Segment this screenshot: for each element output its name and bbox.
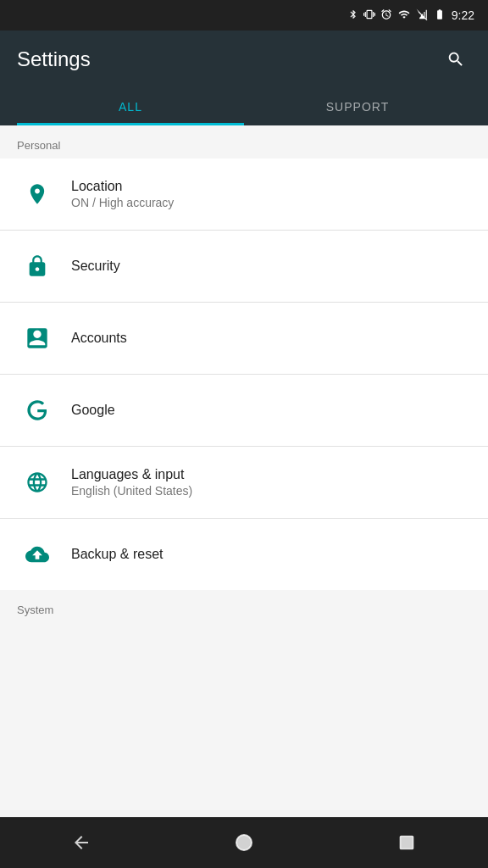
header-top: Settings [17, 44, 471, 88]
header: Settings ALL SUPPORT [0, 31, 488, 125]
location-text: Location ON / High accuracy [71, 179, 471, 209]
security-text: Security [71, 259, 471, 274]
google-title: Google [71, 403, 471, 418]
settings-content: Personal Location ON / High accuracy S [0, 125, 488, 790]
location-icon [17, 174, 58, 214]
svg-rect-2 [401, 837, 413, 849]
location-title: Location [71, 179, 471, 194]
personal-settings-list: Location ON / High accuracy Security [0, 159, 488, 590]
accounts-text: Accounts [71, 331, 471, 346]
page-title: Settings [17, 47, 91, 71]
recents-button[interactable] [381, 817, 432, 868]
alarm-icon [380, 8, 392, 23]
vibrate-icon [363, 8, 375, 24]
accounts-title: Accounts [71, 331, 471, 346]
section-personal-header: Personal [0, 125, 488, 159]
accounts-icon [17, 318, 58, 359]
status-icons: 9:22 [348, 8, 474, 24]
status-time: 9:22 [452, 8, 474, 22]
settings-item-google[interactable]: Google [0, 375, 488, 447]
languages-subtitle: English (United States) [71, 484, 471, 498]
wifi-icon [397, 8, 411, 23]
backup-title: Backup & reset [71, 547, 471, 562]
google-text: Google [71, 403, 471, 418]
signal-icon [416, 8, 428, 23]
nav-bar [0, 817, 488, 868]
bluetooth-icon [348, 8, 358, 24]
battery-icon [433, 8, 446, 23]
location-subtitle: ON / High accuracy [71, 196, 471, 209]
tabs: ALL SUPPORT [17, 88, 471, 125]
tab-all[interactable]: ALL [17, 88, 244, 125]
section-system-header: System [0, 590, 488, 623]
settings-item-location[interactable]: Location ON / High accuracy [0, 159, 488, 231]
settings-item-backup[interactable]: Backup & reset [0, 519, 488, 590]
svg-point-1 [236, 835, 252, 850]
backup-icon [17, 534, 58, 575]
search-button[interactable] [441, 44, 471, 75]
language-icon [17, 462, 58, 503]
back-button[interactable] [56, 817, 107, 868]
settings-item-accounts[interactable]: Accounts [0, 303, 488, 375]
settings-item-security[interactable]: Security [0, 231, 488, 303]
backup-text: Backup & reset [71, 547, 471, 562]
security-icon [17, 246, 58, 287]
home-button[interactable] [219, 817, 269, 868]
languages-text: Languages & input English (United States… [71, 467, 471, 498]
status-bar: 9:22 [0, 0, 488, 31]
tab-support[interactable]: SUPPORT [244, 88, 471, 125]
google-icon [17, 390, 58, 431]
security-title: Security [71, 259, 471, 274]
languages-title: Languages & input [71, 467, 471, 482]
settings-item-languages[interactable]: Languages & input English (United States… [0, 447, 488, 519]
